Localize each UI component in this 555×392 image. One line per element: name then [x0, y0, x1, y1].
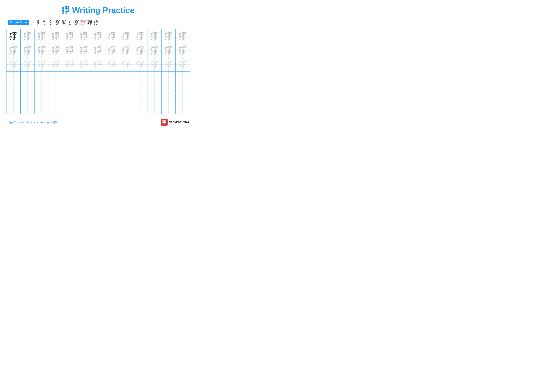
cell-1-13[interactable]: 猙 [175, 29, 190, 43]
stroke-3: 犭 [43, 19, 48, 26]
cell-3-5[interactable]: 猙 [63, 57, 77, 71]
stroke-order-row: Stroke Order 丿 犭 犭 犭 犷 犷 犷 犷 猙 猙 猙 [8, 19, 190, 26]
cell-1-4[interactable]: 猙 [49, 29, 63, 43]
cell-6-4[interactable] [49, 100, 63, 114]
cell-2-8[interactable]: 猙 [105, 43, 119, 57]
cell-6-6[interactable] [77, 100, 91, 114]
logo-text: StrokeOrder [169, 120, 189, 124]
cell-2-13[interactable]: 猙 [175, 43, 190, 57]
cell-2-5[interactable]: 猙 [63, 43, 77, 57]
cell-3-10[interactable]: 猙 [133, 57, 147, 71]
cell-2-1[interactable]: 猙 [7, 43, 21, 57]
cell-5-2[interactable] [21, 86, 35, 100]
cell-1-11[interactable]: 猙 [147, 29, 161, 43]
cell-6-11[interactable] [147, 100, 161, 114]
char-1-1: 猙 [9, 32, 18, 40]
stroke-9: 猙 [81, 19, 86, 26]
cell-2-6[interactable]: 猙 [77, 43, 91, 57]
cell-1-2[interactable]: 猙 [21, 29, 35, 43]
practice-grid: 猙 猙 猙 猙 猙 猙 猙 猙 猙 猙 猙 猙 猙 猙 猙 猙 猙 猙 猙 猙 … [6, 29, 190, 114]
cell-5-6[interactable] [77, 86, 91, 100]
cell-5-9[interactable] [119, 86, 133, 100]
cell-5-13[interactable] [175, 86, 190, 100]
cell-1-1[interactable]: 猙 [7, 29, 21, 43]
cell-3-9[interactable]: 猙 [119, 57, 133, 71]
footer-url: https://www.strokeorder.com/chinese/猙 [7, 120, 57, 124]
char-2-7: 猙 [94, 46, 102, 54]
cell-2-11[interactable]: 猙 [147, 43, 161, 57]
cell-2-9[interactable]: 猙 [119, 43, 133, 57]
cell-5-12[interactable] [161, 86, 175, 100]
cell-4-13[interactable] [175, 72, 190, 86]
cell-2-3[interactable]: 猙 [35, 43, 49, 57]
cell-4-9[interactable] [119, 72, 133, 86]
char-3-11: 猙 [150, 60, 159, 69]
char-3-8: 猙 [108, 60, 116, 69]
cell-4-1[interactable] [7, 72, 21, 86]
cell-3-3[interactable]: 猙 [35, 57, 49, 71]
cell-1-10[interactable]: 猙 [133, 29, 147, 43]
char-2-1: 猙 [9, 46, 18, 54]
cell-3-12[interactable]: 猙 [161, 57, 175, 71]
cell-5-4[interactable] [49, 86, 63, 100]
cell-4-10[interactable] [133, 72, 147, 86]
cell-6-1[interactable] [7, 100, 21, 114]
cell-4-3[interactable] [35, 72, 49, 86]
cell-6-7[interactable] [91, 100, 105, 114]
stroke-1: 丿 [30, 19, 36, 26]
cell-2-12[interactable]: 猙 [161, 43, 175, 57]
cell-3-7[interactable]: 猙 [91, 57, 105, 71]
cell-4-7[interactable] [91, 72, 105, 86]
stroke-11: 猙 [94, 19, 99, 26]
cell-1-7[interactable]: 猙 [91, 29, 105, 43]
cell-3-4[interactable]: 猙 [49, 57, 63, 71]
cell-5-7[interactable] [91, 86, 105, 100]
cell-6-9[interactable] [119, 100, 133, 114]
cell-6-8[interactable] [105, 100, 119, 114]
cell-3-13[interactable]: 猙 [175, 57, 190, 71]
cell-4-2[interactable] [21, 72, 35, 86]
cell-6-2[interactable] [21, 100, 35, 114]
cell-4-4[interactable] [49, 72, 63, 86]
cell-6-5[interactable] [63, 100, 77, 114]
cell-1-6[interactable]: 猙 [77, 29, 91, 43]
cell-6-3[interactable] [35, 100, 49, 114]
logo-char: 字 [162, 120, 166, 125]
cell-5-8[interactable] [105, 86, 119, 100]
cell-5-1[interactable] [7, 86, 21, 100]
cell-3-8[interactable]: 猙 [105, 57, 119, 71]
cell-2-7[interactable]: 猙 [91, 43, 105, 57]
cell-6-10[interactable] [133, 100, 147, 114]
cell-5-10[interactable] [133, 86, 147, 100]
cell-2-4[interactable]: 猙 [49, 43, 63, 57]
cell-6-12[interactable] [161, 100, 175, 114]
char-3-9: 猙 [122, 60, 130, 69]
cell-1-8[interactable]: 猙 [105, 29, 119, 43]
cell-3-2[interactable]: 猙 [21, 57, 35, 71]
cell-1-5[interactable]: 猙 [63, 29, 77, 43]
cell-4-6[interactable] [77, 72, 91, 86]
cell-2-2[interactable]: 猙 [21, 43, 35, 57]
cell-3-6[interactable]: 猙 [77, 57, 91, 71]
footer-logo: 字 StrokeOrder [161, 119, 189, 126]
cell-5-5[interactable] [63, 86, 77, 100]
char-1-4: 猙 [51, 32, 60, 40]
grid-row-2: 猙 猙 猙 猙 猙 猙 猙 猙 猙 猙 猙 猙 猙 [7, 43, 190, 57]
stroke-8: 犷 [75, 19, 80, 26]
cell-2-10[interactable]: 猙 [133, 43, 147, 57]
page-title: 猙 Writing Practice [6, 5, 190, 16]
cell-3-11[interactable]: 猙 [147, 57, 161, 71]
cell-1-12[interactable]: 猙 [161, 29, 175, 43]
cell-4-11[interactable] [147, 72, 161, 86]
cell-3-1[interactable]: 猙 [7, 57, 21, 71]
cell-6-13[interactable] [175, 100, 190, 114]
stroke-order-badge: Stroke Order [8, 20, 29, 25]
cell-5-3[interactable] [35, 86, 49, 100]
cell-4-12[interactable] [161, 72, 175, 86]
cell-1-9[interactable]: 猙 [119, 29, 133, 43]
cell-4-5[interactable] [63, 72, 77, 86]
cell-4-8[interactable] [105, 72, 119, 86]
char-2-8: 猙 [108, 46, 116, 54]
cell-1-3[interactable]: 猙 [35, 29, 49, 43]
cell-5-11[interactable] [147, 86, 161, 100]
